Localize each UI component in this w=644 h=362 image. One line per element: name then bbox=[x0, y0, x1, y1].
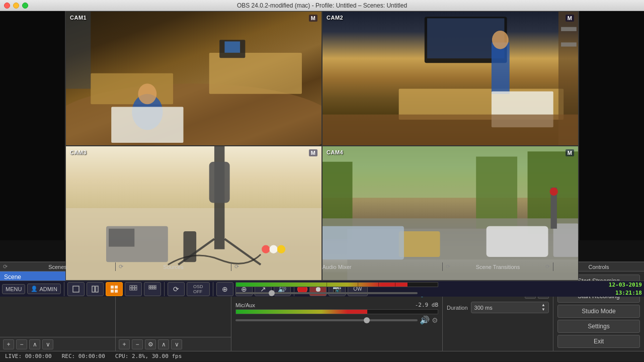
status-bar: LIVE: 00:00:00 REC: 00:00:00 CPU: 2.8%, … bbox=[0, 351, 644, 361]
audio-track-mic-header: Mic/Aux -2.9 dB bbox=[235, 302, 438, 308]
cam1-label: CAM1 bbox=[70, 15, 87, 21]
ptz-target-btn[interactable]: ⊕ bbox=[216, 282, 233, 296]
scene-up-btn[interactable]: ∧ bbox=[29, 339, 40, 349]
osd-btn[interactable]: OSDOFF bbox=[187, 282, 210, 296]
right-sidebar bbox=[579, 11, 644, 240]
rec-label: REC: 00:00:00 bbox=[62, 353, 105, 359]
maximize-button[interactable] bbox=[22, 3, 28, 9]
preview-area: CAM1 M bbox=[0, 11, 644, 261]
admin-button[interactable]: 👤 ADMIN bbox=[27, 284, 60, 294]
person-icon: 👤 bbox=[31, 286, 38, 292]
duration-row: Duration 300 ms ▲ ▼ bbox=[447, 302, 549, 313]
svg-rect-42 bbox=[73, 286, 79, 292]
refresh-btn[interactable]: ⟳ bbox=[168, 282, 185, 296]
source-settings-btn[interactable]: ⚙ bbox=[145, 339, 156, 349]
svg-rect-47 bbox=[111, 290, 114, 293]
cam3-label: CAM3 bbox=[70, 149, 87, 155]
hexa-view-btn[interactable] bbox=[125, 282, 142, 296]
live-status: LIVE: 00:00:00 bbox=[5, 353, 52, 359]
octa-view-btn[interactable] bbox=[144, 282, 161, 296]
cam4-label: CAM4 bbox=[327, 149, 343, 155]
svg-rect-58 bbox=[155, 286, 156, 287]
mute-icon-mic[interactable]: 🔊 bbox=[420, 315, 430, 325]
hexa-grid-icon bbox=[129, 285, 137, 293]
source-up-btn[interactable]: ∧ bbox=[158, 339, 169, 349]
audio-track-mic-name: Mic/Aux bbox=[235, 302, 255, 308]
quad-view-btn[interactable] bbox=[106, 282, 123, 296]
svg-rect-23 bbox=[209, 162, 230, 203]
time-display: 13:21:18 bbox=[609, 289, 642, 297]
svg-rect-7 bbox=[111, 107, 183, 143]
audio-track-mic-db: -2.9 dB bbox=[415, 302, 438, 308]
volume-row-mic: 🔊 ⚙ bbox=[235, 315, 438, 325]
source-down-btn[interactable]: ∨ bbox=[171, 339, 182, 349]
volume-thumb-mic[interactable] bbox=[364, 317, 370, 323]
single-view-btn[interactable] bbox=[67, 282, 85, 296]
source-add-btn[interactable]: + bbox=[119, 339, 130, 349]
cam2-feed bbox=[323, 12, 578, 145]
svg-rect-51 bbox=[135, 286, 137, 288]
svg-rect-16 bbox=[561, 27, 577, 31]
svg-point-28 bbox=[269, 245, 277, 253]
exit-button[interactable]: Exit bbox=[557, 335, 640, 348]
scene-add-btn[interactable]: + bbox=[3, 339, 14, 349]
svg-rect-1 bbox=[209, 53, 302, 94]
menu-button[interactable]: MENU bbox=[2, 284, 25, 294]
svg-rect-37 bbox=[553, 224, 578, 257]
left-sidebar bbox=[0, 11, 65, 240]
svg-rect-12 bbox=[492, 42, 510, 94]
meter-fill-mic bbox=[236, 310, 367, 314]
scenes-toolbar: + − ∧ ∨ bbox=[0, 337, 115, 351]
duration-value: 300 ms bbox=[474, 305, 540, 311]
single-grid-icon bbox=[72, 285, 80, 293]
svg-rect-25 bbox=[109, 229, 134, 247]
volume-slider-mic[interactable] bbox=[235, 319, 418, 321]
svg-rect-61 bbox=[153, 288, 154, 289]
sep2 bbox=[164, 282, 165, 296]
minimize-button[interactable] bbox=[13, 3, 19, 9]
svg-rect-55 bbox=[149, 286, 150, 287]
audio-meter-mic bbox=[235, 309, 438, 314]
source-remove-btn[interactable]: − bbox=[132, 339, 143, 349]
volume-slider-dvr[interactable] bbox=[235, 292, 418, 294]
cam4-feed bbox=[323, 146, 578, 280]
cam2-label: CAM2 bbox=[327, 15, 343, 21]
svg-rect-48 bbox=[115, 290, 118, 293]
transitions-title: Scene Transitions bbox=[476, 264, 520, 270]
volume-thumb-dvr[interactable] bbox=[269, 290, 275, 296]
live-label: LIVE: 00:00:00 bbox=[5, 353, 52, 359]
svg-rect-57 bbox=[153, 286, 154, 287]
settings-icon-mic[interactable]: ⚙ bbox=[432, 316, 438, 324]
svg-point-6 bbox=[138, 83, 156, 104]
duration-up-icon[interactable]: ▲ bbox=[541, 303, 545, 307]
cam1-m-badge: M bbox=[309, 15, 317, 22]
duration-label: Duration bbox=[447, 305, 468, 311]
svg-point-29 bbox=[277, 245, 285, 253]
duration-down-icon[interactable]: ▼ bbox=[541, 308, 545, 312]
cam4-svg bbox=[323, 146, 578, 280]
date-display: 12-03-2019 bbox=[609, 281, 642, 289]
dual-view-btn[interactable] bbox=[87, 282, 104, 296]
svg-rect-60 bbox=[151, 288, 152, 289]
sources-title: Sources bbox=[163, 264, 183, 270]
audio-refresh-icon: ⟳ bbox=[234, 263, 239, 270]
svg-rect-41 bbox=[323, 226, 404, 260]
cpu-label: CPU: 2.8%, 30.00 fps bbox=[115, 353, 182, 359]
svg-rect-52 bbox=[130, 288, 132, 290]
svg-point-40 bbox=[550, 188, 558, 196]
datetime-display: 12-03-2019 13:21:18 bbox=[609, 281, 642, 297]
close-button[interactable] bbox=[4, 3, 10, 9]
cpu-status: CPU: 2.8%, 30.00 fps bbox=[115, 353, 182, 359]
svg-point-27 bbox=[262, 245, 270, 253]
admin-label: ADMIN bbox=[39, 286, 57, 292]
scene-remove-btn[interactable]: − bbox=[16, 339, 27, 349]
sep1 bbox=[64, 282, 64, 296]
cam3-feed bbox=[66, 146, 321, 280]
settings-button[interactable]: Settings bbox=[557, 320, 640, 333]
cam1-feed bbox=[66, 12, 321, 145]
octa-grid-icon bbox=[148, 285, 156, 293]
cam2-svg bbox=[323, 12, 578, 145]
scenes-title: Scenes bbox=[48, 264, 67, 270]
studio-mode-button[interactable]: Studio Mode bbox=[557, 305, 640, 318]
scene-down-btn[interactable]: ∨ bbox=[42, 339, 53, 349]
